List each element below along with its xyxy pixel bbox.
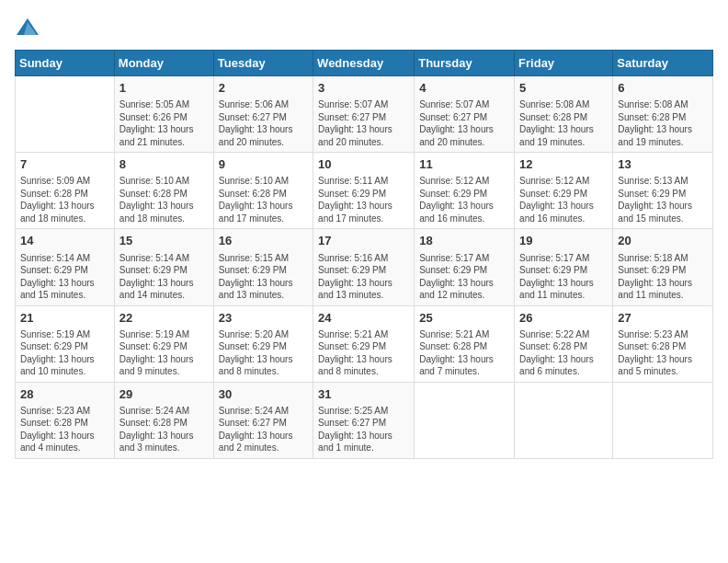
calendar-header-cell: Friday — [515, 51, 613, 76]
day-number: 2 — [219, 80, 308, 97]
day-info: Sunrise: 5:10 AM Sunset: 6:28 PM Dayligh… — [119, 175, 209, 224]
day-info: Sunrise: 5:06 AM Sunset: 6:27 PM Dayligh… — [219, 98, 308, 148]
day-info: Sunrise: 5:14 AM Sunset: 6:29 PM Dayligh… — [119, 252, 209, 302]
calendar-week-row: 21Sunrise: 5:19 AM Sunset: 6:29 PM Dayli… — [16, 305, 713, 382]
day-number: 22 — [119, 310, 209, 327]
calendar-week-row: 1Sunrise: 5:05 AM Sunset: 6:26 PM Daylig… — [16, 76, 713, 153]
day-number: 28 — [20, 386, 109, 403]
day-info: Sunrise: 5:24 AM Sunset: 6:27 PM Dayligh… — [219, 405, 308, 454]
calendar-header-cell: Monday — [114, 51, 213, 76]
calendar-cell — [515, 382, 613, 458]
day-info: Sunrise: 5:10 AM Sunset: 6:28 PM Dayligh… — [219, 175, 308, 224]
day-info: Sunrise: 5:07 AM Sunset: 6:27 PM Dayligh… — [318, 98, 409, 148]
day-number: 25 — [419, 310, 509, 327]
day-number: 10 — [318, 156, 409, 173]
day-number: 16 — [219, 233, 308, 249]
day-info: Sunrise: 5:20 AM Sunset: 6:29 PM Dayligh… — [219, 328, 308, 378]
calendar-cell: 29Sunrise: 5:24 AM Sunset: 6:28 PM Dayli… — [114, 382, 213, 458]
day-info: Sunrise: 5:07 AM Sunset: 6:27 PM Dayligh… — [419, 98, 509, 148]
calendar-cell: 4Sunrise: 5:07 AM Sunset: 6:27 PM Daylig… — [415, 76, 515, 153]
calendar-header-row: SundayMondayTuesdayWednesdayThursdayFrid… — [16, 51, 713, 76]
day-number: 7 — [20, 156, 109, 173]
calendar-body: 1Sunrise: 5:05 AM Sunset: 6:26 PM Daylig… — [16, 76, 713, 459]
calendar-table: SundayMondayTuesdayWednesdayThursdayFrid… — [15, 50, 713, 459]
calendar-cell: 7Sunrise: 5:09 AM Sunset: 6:28 PM Daylig… — [16, 153, 115, 229]
day-number: 6 — [618, 80, 708, 97]
day-info: Sunrise: 5:16 AM Sunset: 6:29 PM Dayligh… — [318, 252, 409, 302]
day-number: 3 — [318, 80, 409, 97]
day-number: 26 — [519, 310, 608, 327]
calendar-cell: 21Sunrise: 5:19 AM Sunset: 6:29 PM Dayli… — [16, 305, 115, 382]
calendar-cell — [613, 382, 713, 458]
day-number: 14 — [20, 233, 109, 249]
calendar-header-cell: Thursday — [415, 51, 515, 76]
calendar-header-cell: Saturday — [613, 51, 713, 76]
calendar-cell: 25Sunrise: 5:21 AM Sunset: 6:28 PM Dayli… — [415, 305, 515, 382]
calendar-header-cell: Tuesday — [213, 51, 313, 76]
day-number: 31 — [318, 386, 409, 403]
day-number: 20 — [618, 233, 708, 249]
day-info: Sunrise: 5:14 AM Sunset: 6:29 PM Dayligh… — [20, 252, 109, 302]
calendar-header-cell: Sunday — [16, 51, 115, 76]
calendar-cell: 11Sunrise: 5:12 AM Sunset: 6:29 PM Dayli… — [415, 153, 515, 229]
calendar-cell — [16, 76, 115, 153]
day-info: Sunrise: 5:18 AM Sunset: 6:29 PM Dayligh… — [618, 252, 708, 302]
calendar-cell: 17Sunrise: 5:16 AM Sunset: 6:29 PM Dayli… — [313, 229, 415, 305]
calendar-cell: 31Sunrise: 5:25 AM Sunset: 6:27 PM Dayli… — [313, 382, 415, 458]
day-info: Sunrise: 5:17 AM Sunset: 6:29 PM Dayligh… — [419, 252, 509, 302]
calendar-cell: 2Sunrise: 5:06 AM Sunset: 6:27 PM Daylig… — [213, 76, 313, 153]
day-number: 19 — [519, 233, 608, 249]
day-number: 30 — [219, 386, 308, 403]
calendar-cell: 18Sunrise: 5:17 AM Sunset: 6:29 PM Dayli… — [415, 229, 515, 305]
day-number: 9 — [219, 156, 308, 173]
calendar-header-cell: Wednesday — [313, 51, 415, 76]
calendar-cell: 23Sunrise: 5:20 AM Sunset: 6:29 PM Dayli… — [213, 305, 313, 382]
day-info: Sunrise: 5:25 AM Sunset: 6:27 PM Dayligh… — [318, 405, 409, 454]
day-number: 8 — [119, 156, 209, 173]
day-info: Sunrise: 5:21 AM Sunset: 6:29 PM Dayligh… — [318, 328, 409, 378]
day-number: 17 — [318, 233, 409, 249]
calendar-cell: 10Sunrise: 5:11 AM Sunset: 6:29 PM Dayli… — [313, 153, 415, 229]
day-number: 21 — [20, 310, 109, 327]
day-number: 23 — [219, 310, 308, 327]
day-info: Sunrise: 5:12 AM Sunset: 6:29 PM Dayligh… — [419, 175, 509, 224]
day-info: Sunrise: 5:21 AM Sunset: 6:28 PM Dayligh… — [419, 328, 509, 378]
day-number: 4 — [419, 80, 509, 97]
calendar-cell: 14Sunrise: 5:14 AM Sunset: 6:29 PM Dayli… — [16, 229, 115, 305]
day-info: Sunrise: 5:15 AM Sunset: 6:29 PM Dayligh… — [219, 252, 308, 302]
day-info: Sunrise: 5:17 AM Sunset: 6:29 PM Dayligh… — [519, 252, 608, 302]
day-info: Sunrise: 5:12 AM Sunset: 6:29 PM Dayligh… — [519, 175, 608, 224]
calendar-cell: 15Sunrise: 5:14 AM Sunset: 6:29 PM Dayli… — [114, 229, 213, 305]
page-header — [15, 15, 713, 40]
day-number: 12 — [519, 156, 608, 173]
calendar-cell: 8Sunrise: 5:10 AM Sunset: 6:28 PM Daylig… — [114, 153, 213, 229]
day-number: 15 — [119, 233, 209, 249]
day-info: Sunrise: 5:08 AM Sunset: 6:28 PM Dayligh… — [519, 98, 608, 148]
day-number: 24 — [318, 310, 409, 327]
day-info: Sunrise: 5:24 AM Sunset: 6:28 PM Dayligh… — [119, 405, 209, 454]
day-info: Sunrise: 5:19 AM Sunset: 6:29 PM Dayligh… — [20, 328, 109, 378]
calendar-cell: 26Sunrise: 5:22 AM Sunset: 6:28 PM Dayli… — [515, 305, 613, 382]
calendar-cell: 13Sunrise: 5:13 AM Sunset: 6:29 PM Dayli… — [613, 153, 713, 229]
day-info: Sunrise: 5:11 AM Sunset: 6:29 PM Dayligh… — [318, 175, 409, 224]
calendar-cell: 6Sunrise: 5:08 AM Sunset: 6:28 PM Daylig… — [613, 76, 713, 153]
calendar-cell: 24Sunrise: 5:21 AM Sunset: 6:29 PM Dayli… — [313, 305, 415, 382]
day-number: 1 — [119, 80, 209, 97]
calendar-cell: 1Sunrise: 5:05 AM Sunset: 6:26 PM Daylig… — [114, 76, 213, 153]
calendar-cell: 16Sunrise: 5:15 AM Sunset: 6:29 PM Dayli… — [213, 229, 313, 305]
calendar-week-row: 7Sunrise: 5:09 AM Sunset: 6:28 PM Daylig… — [16, 153, 713, 229]
day-info: Sunrise: 5:13 AM Sunset: 6:29 PM Dayligh… — [618, 175, 708, 224]
calendar-cell: 5Sunrise: 5:08 AM Sunset: 6:28 PM Daylig… — [515, 76, 613, 153]
logo — [15, 15, 44, 40]
calendar-cell: 20Sunrise: 5:18 AM Sunset: 6:29 PM Dayli… — [613, 229, 713, 305]
calendar-cell — [415, 382, 515, 458]
day-info: Sunrise: 5:19 AM Sunset: 6:29 PM Dayligh… — [119, 328, 209, 378]
day-number: 11 — [419, 156, 509, 173]
calendar-cell: 28Sunrise: 5:23 AM Sunset: 6:28 PM Dayli… — [16, 382, 115, 458]
calendar-cell: 3Sunrise: 5:07 AM Sunset: 6:27 PM Daylig… — [313, 76, 415, 153]
day-info: Sunrise: 5:23 AM Sunset: 6:28 PM Dayligh… — [20, 405, 109, 454]
day-info: Sunrise: 5:08 AM Sunset: 6:28 PM Dayligh… — [618, 98, 708, 148]
calendar-cell: 9Sunrise: 5:10 AM Sunset: 6:28 PM Daylig… — [213, 153, 313, 229]
day-number: 29 — [119, 386, 209, 403]
day-number: 27 — [618, 310, 708, 327]
